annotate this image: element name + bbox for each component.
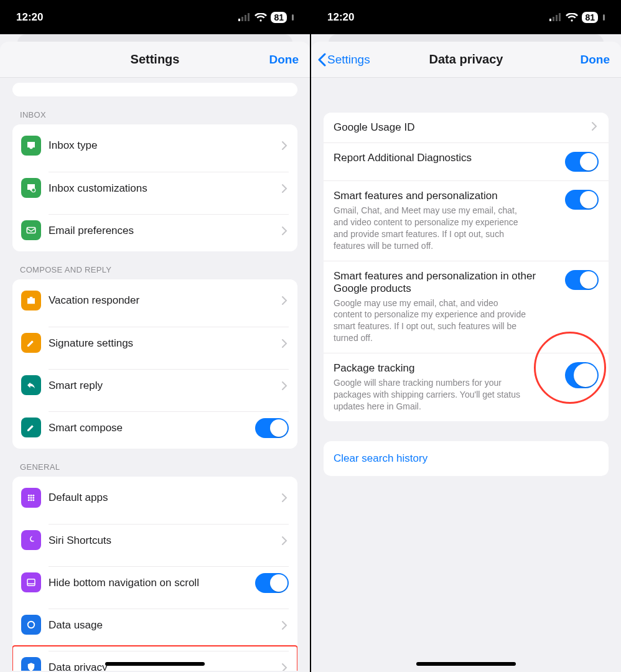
svg-rect-23 bbox=[556, 15, 558, 21]
row-subtitle: Google will share tracking numbers for y… bbox=[334, 377, 526, 413]
chevron-right-icon bbox=[281, 184, 289, 194]
svg-point-7 bbox=[30, 495, 32, 497]
row-label: Vacation responder bbox=[49, 294, 139, 307]
clear-search-history-button[interactable]: Clear search history bbox=[324, 441, 609, 476]
smart-features-other-toggle[interactable] bbox=[565, 270, 599, 290]
envelope-icon bbox=[21, 220, 41, 240]
row-label: Inbox type bbox=[49, 139, 97, 152]
page-title: Settings bbox=[0, 52, 310, 67]
svg-point-12 bbox=[28, 499, 30, 501]
previous-card-peek bbox=[12, 83, 297, 96]
battery-icon: 81 bbox=[271, 12, 287, 23]
row-report-diagnostics[interactable]: Report Additional Diagnostics bbox=[324, 142, 609, 180]
row-label: Email preferences bbox=[49, 225, 134, 237]
row-title: Google Usage ID bbox=[334, 121, 582, 134]
row-title: Report Additional Diagnostics bbox=[334, 152, 556, 164]
row-label: Signature settings bbox=[49, 337, 133, 350]
chevron-right-icon bbox=[281, 493, 289, 503]
pencil-icon bbox=[21, 418, 41, 437]
svg-point-17 bbox=[28, 622, 35, 628]
navbar-settings: Settings Done bbox=[0, 42, 310, 78]
row-data-usage[interactable]: Data usage bbox=[12, 604, 297, 646]
chevron-right-icon bbox=[281, 620, 289, 630]
row-label: Smart compose bbox=[49, 422, 123, 434]
row-siri-shortcuts[interactable]: Siri Shortcuts bbox=[12, 519, 297, 561]
row-vacation-responder[interactable]: Vacation responder bbox=[12, 279, 297, 322]
row-title: Package tracking bbox=[334, 362, 556, 375]
pencil-icon bbox=[21, 333, 41, 353]
row-signature-settings[interactable]: Signature settings bbox=[12, 322, 297, 364]
svg-rect-0 bbox=[238, 19, 240, 21]
smart-features-toggle[interactable] bbox=[565, 190, 599, 210]
phone-settings: 12:20 81 Settings Done INBOX bbox=[0, 0, 310, 672]
cellular-signal-icon bbox=[238, 13, 251, 21]
row-label: Siri Shortcuts bbox=[49, 534, 111, 547]
svg-rect-15 bbox=[27, 579, 35, 586]
status-bar: 12:20 81 bbox=[311, 0, 621, 34]
hide-bottom-nav-toggle[interactable] bbox=[255, 573, 289, 593]
row-label: Data privacy bbox=[49, 661, 107, 671]
cellular-signal-icon bbox=[549, 13, 562, 21]
row-label: Inbox customizations bbox=[49, 182, 147, 195]
status-bar: 12:20 81 bbox=[0, 0, 310, 34]
svg-point-4 bbox=[32, 189, 35, 192]
svg-point-10 bbox=[30, 497, 32, 499]
chevron-right-icon bbox=[281, 338, 289, 348]
row-email-preferences[interactable]: Email preferences bbox=[12, 209, 297, 251]
chevron-right-icon bbox=[281, 663, 289, 671]
row-data-privacy[interactable]: Data privacy bbox=[12, 646, 297, 671]
navbar-data-privacy: Settings Data privacy Done bbox=[311, 42, 621, 78]
svg-point-6 bbox=[28, 495, 30, 497]
chevron-right-icon bbox=[591, 121, 599, 131]
svg-rect-22 bbox=[553, 17, 554, 21]
briefcase-icon bbox=[21, 291, 41, 310]
chevron-right-icon bbox=[281, 381, 289, 391]
chevron-right-icon bbox=[281, 226, 289, 236]
svg-point-9 bbox=[28, 497, 30, 499]
svg-rect-21 bbox=[549, 19, 551, 21]
chevron-right-icon bbox=[281, 536, 289, 546]
row-smart-compose[interactable]: Smart compose bbox=[12, 406, 297, 449]
reply-icon bbox=[21, 375, 41, 395]
home-indicator bbox=[105, 662, 205, 666]
svg-rect-2 bbox=[245, 15, 246, 21]
row-google-usage-id[interactable]: Google Usage ID bbox=[324, 113, 609, 142]
row-default-apps[interactable]: Default apps bbox=[12, 477, 297, 519]
grid-icon bbox=[21, 488, 41, 508]
battery-icon: 81 bbox=[582, 12, 598, 23]
row-title: Smart features and personalization bbox=[334, 190, 556, 202]
phone-data-privacy: 12:20 81 Settings Data privacy Done bbox=[310, 0, 621, 672]
section-header-compose: COMPOSE AND REPLY bbox=[7, 251, 302, 279]
row-smart-features[interactable]: Smart features and personalization Gmail… bbox=[324, 180, 609, 261]
row-subtitle: Gmail, Chat, and Meet may use my email, … bbox=[334, 205, 526, 252]
svg-rect-24 bbox=[559, 13, 561, 21]
svg-rect-5 bbox=[27, 228, 35, 233]
row-smart-features-other[interactable]: Smart features and personalization in ot… bbox=[324, 261, 609, 353]
row-label: Data usage bbox=[49, 619, 103, 632]
row-label: Hide bottom navigation on scroll bbox=[49, 577, 199, 589]
report-diagnostics-toggle[interactable] bbox=[565, 152, 599, 172]
row-subtitle: Google may use my email, chat, and video… bbox=[334, 297, 526, 345]
section-header-general: GENERAL bbox=[7, 449, 302, 477]
row-smart-reply[interactable]: Smart reply bbox=[12, 364, 297, 406]
data-usage-icon bbox=[21, 615, 41, 635]
smart-compose-toggle[interactable] bbox=[255, 418, 289, 438]
svg-point-13 bbox=[30, 499, 32, 501]
wifi-icon bbox=[566, 13, 578, 22]
wifi-icon bbox=[254, 13, 267, 22]
svg-point-11 bbox=[32, 497, 34, 499]
row-inbox-type[interactable]: Inbox type bbox=[12, 124, 297, 167]
row-inbox-customizations[interactable]: Inbox customizations bbox=[12, 167, 297, 209]
row-package-tracking[interactable]: Package tracking Google will share track… bbox=[324, 353, 609, 421]
svg-point-8 bbox=[32, 495, 34, 497]
page-title: Data privacy bbox=[311, 52, 621, 67]
home-indicator bbox=[416, 662, 516, 666]
chevron-right-icon bbox=[281, 141, 289, 151]
section-header-inbox: INBOX bbox=[7, 96, 302, 124]
svg-rect-1 bbox=[241, 17, 243, 21]
package-tracking-toggle[interactable] bbox=[565, 362, 599, 388]
row-hide-bottom-nav[interactable]: Hide bottom navigation on scroll bbox=[12, 561, 297, 604]
chevron-right-icon bbox=[281, 296, 289, 306]
navigation-bar-icon bbox=[21, 572, 41, 592]
svg-point-14 bbox=[32, 499, 34, 501]
